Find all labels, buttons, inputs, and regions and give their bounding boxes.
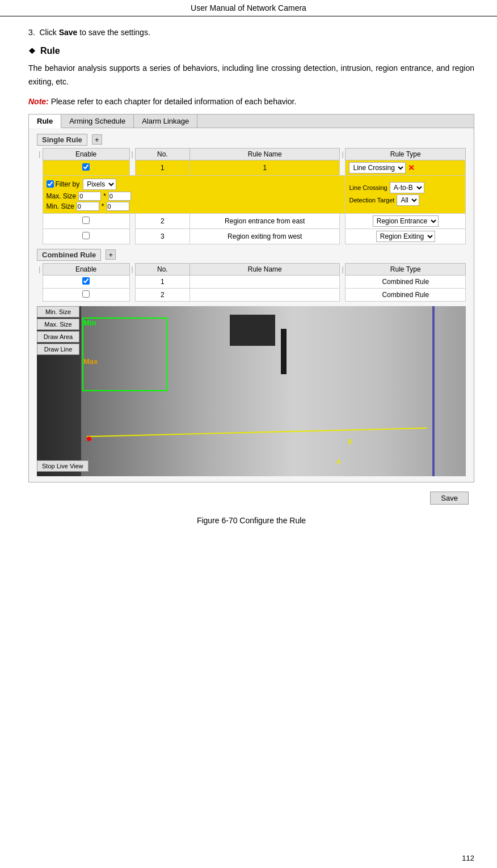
panel-body: Single Rule + | Enable | No. Rule Name | (29, 128, 474, 482)
max-size-label: Max. Size (47, 192, 77, 200)
combined-rule-row-2: 2 Combined Rule (37, 288, 466, 301)
sr2-type-select[interactable]: Region Entrance (373, 215, 439, 227)
rule-description: The behavior analysis supports a series … (28, 62, 474, 89)
combined-rule-section: Combined Rule + | Enable | No. Rule Name (37, 249, 466, 302)
min-size-row: Min. Size * (47, 201, 342, 211)
max-size-btn[interactable]: Max. Size (37, 319, 79, 330)
cr2-no: 2 (135, 288, 189, 301)
lc-type-label: Line Crossing (349, 184, 387, 191)
tab-alarm-linkage[interactable]: Alarm Linkage (134, 115, 197, 128)
draw-line-btn[interactable]: Draw Line (37, 344, 79, 355)
note-line: Note: Please refer to each chapter for d… (28, 97, 474, 106)
min-label: Min (83, 319, 96, 327)
sr2-no: 2 (135, 213, 189, 228)
cr1-name (190, 275, 340, 288)
col-name: Rule Name (190, 148, 340, 160)
tab-rule[interactable]: Rule (29, 115, 61, 128)
save-button[interactable]: Save (430, 492, 469, 505)
cr1-no: 1 (135, 275, 189, 288)
cr2-checkbox[interactable] (82, 290, 90, 298)
sr1-type: Line Crossing ✕ (346, 160, 466, 175)
cr-col-enable: Enable (43, 263, 129, 275)
col-type: Rule Type (346, 148, 466, 160)
min-size-label: Min. Size (47, 202, 74, 210)
sr3-enable[interactable] (43, 228, 129, 244)
filter-by-checkbox[interactable] (47, 180, 54, 188)
filter-row: Filter by Pixels (47, 177, 342, 191)
sr2-name: Region entrance from east (190, 213, 340, 228)
sr3-checkbox[interactable] (82, 232, 90, 239)
red-dot (87, 437, 91, 441)
green-min-box (82, 317, 167, 391)
cr-col-name: Rule Name (190, 263, 340, 275)
header-title: User Manual of Network Camera (191, 3, 306, 12)
step3-rest: to save the settings. (79, 28, 150, 37)
note-label: Note: (28, 97, 49, 106)
det-target-label: Detection Target (349, 197, 394, 204)
step-3: 3. Click Save to save the settings. (28, 28, 474, 37)
add-combined-rule-btn[interactable]: + (106, 249, 116, 260)
max-size-h[interactable] (108, 192, 131, 201)
lc-type-row: Line Crossing A-to-B (349, 182, 462, 193)
cr1-checkbox[interactable] (82, 277, 90, 285)
sr1-checkbox[interactable] (82, 163, 90, 171)
draw-area-btn[interactable]: Draw Area (37, 331, 79, 342)
dark-bar (281, 329, 287, 374)
det-target-select[interactable]: All (397, 194, 419, 206)
combined-rule-table: | Enable | No. Rule Name | Rule Type (37, 263, 466, 302)
stop-live-view-btn[interactable]: Stop Live View (37, 460, 89, 472)
dark-obstacle (230, 315, 275, 346)
page-number: 112 (462, 854, 474, 862)
figure-caption: Figure 6-70 Configure the Rule (28, 516, 474, 525)
sr3-name: Region exiting from west (190, 228, 340, 244)
cr1-type: Combined Rule (346, 275, 466, 288)
single-rule-filter-row: Filter by Pixels Max. Size * (37, 175, 466, 213)
max-size-w[interactable] (78, 192, 101, 201)
sr2-checkbox[interactable] (82, 217, 90, 224)
tab-arming-schedule[interactable]: Arming Schedule (61, 115, 134, 128)
single-rule-row-2: 2 Region entrance from east Region Entra… (37, 213, 466, 228)
min-size-btn[interactable]: Min. Size (37, 306, 79, 317)
sr2-type: Region Entrance (346, 213, 466, 228)
col-no: No. (135, 148, 189, 160)
min-size-h[interactable] (107, 202, 129, 211)
camera-view-container: Min. Size Max. Size Draw Area Draw Line (37, 306, 466, 476)
save-btn-container: Save (28, 492, 474, 505)
sr3-type-select[interactable]: Region Exiting (376, 231, 435, 242)
col-sep3: | (340, 148, 346, 160)
sr1-type-select[interactable]: Line Crossing (349, 162, 406, 173)
single-rule-row-3: 3 Region exiting from west Region Exitin… (37, 228, 466, 244)
combined-rule-header: Combined Rule + (37, 249, 466, 261)
single-rule-table: | Enable | No. Rule Name | Rule Type (37, 148, 466, 244)
add-single-rule-btn[interactable]: + (92, 134, 102, 145)
page-header: User Manual of Network Camera (0, 0, 497, 16)
rule-heading: Rule (28, 46, 474, 56)
hallway-background: Min Max (37, 306, 466, 476)
combined-rule-label: Combined Rule (37, 249, 101, 261)
cr2-enable[interactable] (43, 288, 129, 301)
save-bold: Save (59, 28, 78, 37)
single-rule-label: Single Rule (37, 134, 87, 146)
lc-direction-select[interactable]: A-to-B (390, 182, 424, 193)
min-size-w[interactable] (77, 202, 99, 211)
sr1-enable[interactable] (43, 160, 129, 175)
sr1-delete-btn[interactable]: ✕ (408, 163, 415, 172)
sr3-type: Region Exiting (346, 228, 466, 244)
cr-col-type: Rule Type (346, 263, 466, 275)
svg-line-0 (87, 428, 427, 437)
yellow-line-svg (81, 420, 466, 454)
filter-by-label[interactable]: Filter by (47, 180, 80, 188)
filter-type-select[interactable]: Pixels (83, 179, 116, 190)
label-a: A (336, 458, 341, 465)
note-text: Please refer to each chapter for detaile… (49, 97, 297, 106)
cr1-enable[interactable] (43, 275, 129, 288)
label-b: B (348, 438, 352, 445)
cr2-name (190, 288, 340, 301)
max-size-row: Max. Size * (47, 191, 342, 201)
sr1-name: 1 (190, 160, 340, 175)
det-target-row: Detection Target All (349, 194, 462, 206)
sr2-enable[interactable] (43, 213, 129, 228)
max-label: Max (83, 357, 98, 366)
cr-col-no: No. (135, 263, 189, 275)
lc-info: Line Crossing A-to-B Detection Target (349, 182, 462, 206)
